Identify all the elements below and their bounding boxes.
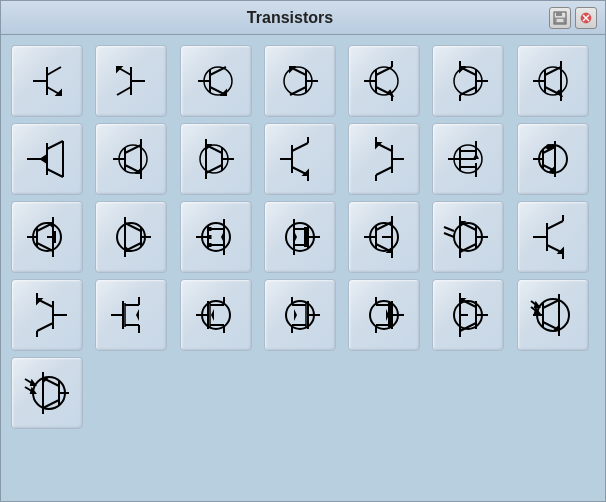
svg-line-167 bbox=[37, 323, 53, 331]
svg-marker-233 bbox=[31, 381, 35, 385]
svg-line-15 bbox=[117, 87, 131, 95]
transistor-igbt-p[interactable] bbox=[95, 201, 167, 273]
transistor-photo-v[interactable] bbox=[432, 201, 504, 273]
svg-marker-161 bbox=[559, 249, 563, 253]
save-button[interactable] bbox=[549, 7, 571, 29]
svg-line-9 bbox=[47, 67, 61, 75]
transistor-igbt-n3[interactable] bbox=[432, 279, 504, 351]
svg-line-155 bbox=[444, 227, 454, 231]
svg-marker-34 bbox=[388, 91, 392, 95]
svg-marker-22 bbox=[222, 91, 226, 95]
svg-marker-235 bbox=[31, 389, 35, 393]
transistor-npn-circle[interactable] bbox=[180, 45, 252, 117]
transistor-photo2[interactable] bbox=[11, 357, 83, 429]
transistor-npn[interactable] bbox=[11, 45, 83, 117]
transistor-pnp-v3[interactable] bbox=[180, 123, 252, 195]
svg-line-159 bbox=[547, 221, 563, 229]
svg-point-105 bbox=[547, 145, 551, 149]
svg-marker-76 bbox=[304, 171, 308, 175]
transistor-npn-base[interactable] bbox=[95, 123, 167, 195]
svg-line-156 bbox=[444, 233, 454, 237]
svg-marker-28 bbox=[290, 67, 294, 71]
transistor-npn-v2[interactable] bbox=[348, 45, 420, 117]
svg-marker-185 bbox=[211, 309, 214, 321]
svg-marker-11 bbox=[57, 91, 61, 95]
close-button[interactable] bbox=[575, 7, 597, 29]
svg-marker-83 bbox=[376, 143, 380, 147]
transistors-grid bbox=[11, 45, 595, 429]
svg-marker-176 bbox=[136, 309, 139, 321]
transistor-pnp-v2[interactable] bbox=[432, 45, 504, 117]
svg-marker-194 bbox=[294, 309, 297, 321]
svg-line-82 bbox=[376, 167, 392, 175]
svg-marker-222 bbox=[535, 303, 539, 307]
title-buttons bbox=[549, 7, 597, 29]
svg-marker-96 bbox=[473, 153, 479, 159]
transistor-mosfet-n3[interactable] bbox=[95, 279, 167, 351]
svg-marker-168 bbox=[37, 299, 41, 303]
transistor-mosfet-dp2[interactable] bbox=[264, 201, 336, 273]
title-bar: Transistors bbox=[1, 1, 605, 35]
transistor-npn-comp[interactable] bbox=[517, 45, 589, 117]
transistors-grid-container bbox=[1, 35, 605, 501]
transistor-pnp[interactable] bbox=[95, 45, 167, 117]
transistor-mosfet-p3[interactable] bbox=[180, 279, 252, 351]
transistor-jfet-n[interactable] bbox=[11, 123, 83, 195]
transistor-mosfet-n[interactable] bbox=[432, 123, 504, 195]
transistor-mosfet-dep-p[interactable] bbox=[348, 279, 420, 351]
window-title: Transistors bbox=[31, 9, 549, 27]
svg-rect-3 bbox=[557, 19, 563, 22]
svg-line-74 bbox=[292, 143, 308, 151]
transistor-jfet-n2[interactable] bbox=[517, 201, 589, 273]
transistors-window: Transistors bbox=[0, 0, 606, 502]
svg-marker-42 bbox=[460, 67, 464, 71]
transistor-igbt-complex[interactable] bbox=[348, 201, 420, 273]
transistor-pnp-darl[interactable] bbox=[348, 123, 420, 195]
transistor-npn-darl[interactable] bbox=[264, 123, 336, 195]
transistor-jfet-p2[interactable] bbox=[11, 279, 83, 351]
transistor-mosfet-dep-n[interactable] bbox=[264, 279, 336, 351]
transistor-darl-complex[interactable] bbox=[517, 123, 589, 195]
transistor-igbt-n[interactable] bbox=[11, 201, 83, 273]
svg-rect-1 bbox=[556, 12, 562, 16]
svg-line-55 bbox=[47, 141, 63, 149]
transistor-pnp-circle[interactable] bbox=[264, 45, 336, 117]
transistor-mosfet-en2[interactable] bbox=[180, 201, 252, 273]
svg-line-56 bbox=[47, 169, 63, 177]
svg-marker-16 bbox=[117, 67, 121, 71]
transistor-photo1[interactable] bbox=[517, 279, 589, 351]
